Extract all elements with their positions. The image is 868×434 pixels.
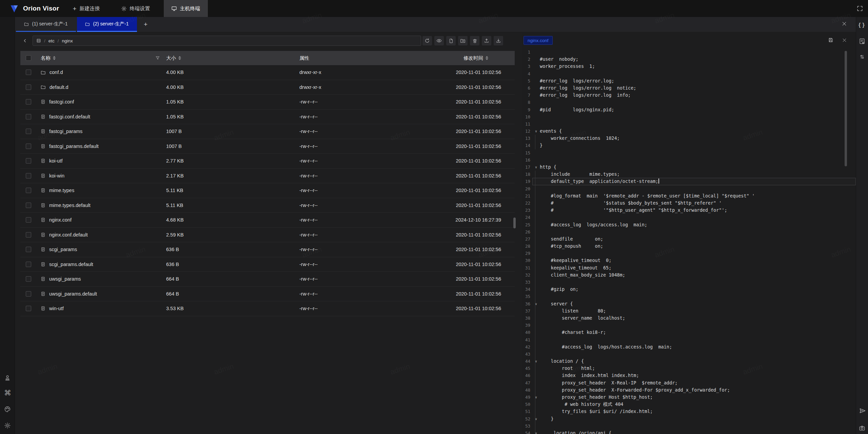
- code-line[interactable]: 21 #log_format main '$remote_addr - $rem…: [522, 192, 856, 200]
- download-button[interactable]: [494, 36, 503, 45]
- back-button[interactable]: [20, 36, 30, 45]
- filter-funnel-icon[interactable]: [155, 56, 160, 60]
- row-checkbox[interactable]: [26, 291, 31, 297]
- save-button[interactable]: [826, 36, 835, 44]
- add-tab-button[interactable]: +: [137, 17, 154, 32]
- code-line[interactable]: 38 server_name localhost;: [522, 315, 856, 322]
- code-line[interactable]: 30 #keepalive_timeout 0;: [522, 257, 856, 264]
- code-line[interactable]: 12∨events {: [522, 128, 856, 135]
- code-line[interactable]: 17∨http {: [522, 164, 856, 171]
- table-row[interactable]: koi-utf2.77 KB-rw-r--r--2020-11-01 10:02…: [20, 154, 515, 169]
- row-checkbox[interactable]: [26, 276, 31, 282]
- table-row[interactable]: mime.types5.11 KB-rw-r--r--2020-11-01 10…: [20, 183, 515, 198]
- code-line[interactable]: 1: [522, 49, 856, 56]
- code-line[interactable]: 6#error_log logs/error.log notice;: [522, 84, 856, 92]
- code-line[interactable]: 49∨ proxy_set_header Host $http_host;: [522, 394, 856, 401]
- row-checkbox[interactable]: [26, 217, 31, 223]
- send-command-icon[interactable]: [859, 407, 866, 414]
- new-folder-button[interactable]: [458, 36, 468, 45]
- fold-chevron-icon[interactable]: ∨: [532, 164, 540, 171]
- user-profile-icon[interactable]: [4, 374, 11, 381]
- code-line[interactable]: 8: [522, 99, 856, 106]
- row-checkbox[interactable]: [26, 99, 31, 105]
- fold-chevron-icon[interactable]: ∨: [532, 300, 540, 307]
- code-line[interactable]: 5#error_log logs/error.log;: [522, 77, 856, 84]
- code-line[interactable]: 52∨ }: [522, 415, 856, 422]
- code-line[interactable]: 45 root html;: [522, 365, 856, 372]
- menu-host-terminal[interactable]: 主机终端: [164, 0, 208, 17]
- code-line[interactable]: 23 # '"$http_user_agent" "$http_x_forwar…: [522, 207, 856, 214]
- fold-chevron-icon[interactable]: ∨: [532, 415, 540, 422]
- table-row[interactable]: fastcgi.conf1.05 KB-rw-r--r--2020-11-01 …: [20, 95, 515, 110]
- row-checkbox[interactable]: [26, 70, 31, 75]
- editor-scrollbar-thumb[interactable]: [845, 51, 847, 166]
- code-line[interactable]: 48 proxy_set_header X-Forwarded-For $pro…: [522, 386, 856, 394]
- table-row[interactable]: fastcgi.conf.default1.05 KB-rw-r--r--202…: [20, 110, 515, 125]
- table-row[interactable]: scgi_params.default636 B-rw-r--r--2020-1…: [20, 257, 515, 272]
- code-line[interactable]: 13 worker_connections 1024;: [522, 135, 856, 142]
- show-hidden-eye-button[interactable]: [434, 36, 444, 45]
- row-checkbox[interactable]: [26, 247, 31, 252]
- storage-root-icon[interactable]: [36, 38, 41, 43]
- row-checkbox[interactable]: [26, 144, 31, 149]
- select-all-checkbox[interactable]: [26, 55, 31, 61]
- code-line[interactable]: 9#pid logs/nginx.pid;: [522, 106, 856, 113]
- code-line[interactable]: 26: [522, 228, 856, 235]
- sort-size-icon[interactable]: [178, 56, 181, 60]
- breadcrumb-nginx[interactable]: nginx: [62, 38, 73, 43]
- tab-server-2-active[interactable]: (2) server-生产-1: [77, 17, 137, 32]
- sort-mtime-icon[interactable]: [486, 56, 488, 60]
- sort-name-icon[interactable]: [53, 56, 56, 60]
- code-line[interactable]: 51 try_files $uri $uri/ /index.html;: [522, 408, 856, 415]
- file-name[interactable]: conf.d: [50, 70, 63, 75]
- file-name[interactable]: win-utf: [49, 306, 64, 311]
- fold-chevron-icon[interactable]: ∨: [532, 128, 540, 135]
- table-row[interactable]: uwsgi_params.default664 B-rw-r--r--2020-…: [20, 287, 515, 302]
- table-row[interactable]: mime.types.default5.11 KB-rw-r--r--2020-…: [20, 198, 515, 213]
- file-name[interactable]: uwsgi_params.default: [49, 291, 97, 297]
- fold-chevron-icon[interactable]: ∨: [532, 430, 540, 434]
- new-file-button[interactable]: [446, 36, 456, 45]
- code-line[interactable]: 50 # web history 模式 404: [522, 401, 856, 408]
- fold-chevron-icon[interactable]: ∨: [532, 394, 540, 401]
- row-checkbox[interactable]: [26, 158, 31, 164]
- row-checkbox[interactable]: [26, 114, 31, 119]
- code-line[interactable]: 27 sendfile on;: [522, 235, 856, 243]
- code-line[interactable]: 15: [522, 149, 856, 156]
- table-row[interactable]: nginx.conf.default2.59 KB-rw-r--r--2020-…: [20, 228, 515, 243]
- code-line[interactable]: 4: [522, 70, 856, 77]
- file-name[interactable]: default.d: [50, 84, 68, 90]
- menu-terminal-settings[interactable]: 终端设置: [114, 0, 158, 17]
- code-line[interactable]: 40 #charset koi8-r;: [522, 329, 856, 336]
- code-line[interactable]: 10: [522, 113, 856, 120]
- settings-gear-icon[interactable]: [4, 422, 11, 429]
- code-line[interactable]: 54∨ location /orion/api {: [522, 430, 856, 434]
- row-checkbox[interactable]: [26, 129, 31, 134]
- column-size[interactable]: 大小: [166, 55, 181, 61]
- file-name[interactable]: nginx.conf.default: [49, 232, 88, 238]
- tab-server-1[interactable]: (1) server-生产-1: [16, 17, 76, 32]
- code-line[interactable]: 47 proxy_set_header X-Real-IP $remote_ad…: [522, 379, 856, 386]
- table-row[interactable]: koi-win2.17 KB-rw-r--r--2020-11-01 10:02…: [20, 169, 515, 184]
- row-checkbox[interactable]: [26, 203, 31, 208]
- code-line[interactable]: 32 client_max_body_size 1048m;: [522, 271, 856, 279]
- table-row[interactable]: fastcgi_params.default1007 B-rw-r--r--20…: [20, 139, 515, 154]
- file-name[interactable]: fastcgi.conf.default: [49, 114, 90, 119]
- menu-new-connection[interactable]: + 新建连接: [65, 0, 107, 17]
- column-name[interactable]: 名称: [41, 55, 56, 61]
- code-line[interactable]: 36∨ server {: [522, 300, 856, 307]
- code-line[interactable]: 29: [522, 250, 856, 257]
- code-line[interactable]: 3worker_processes 1;: [522, 63, 856, 70]
- code-line[interactable]: 42 #access_log logs/host.access.log main…: [522, 343, 856, 351]
- code-line[interactable]: 2#user nobody;: [522, 56, 856, 63]
- file-name[interactable]: fastcgi_params.default: [49, 144, 99, 149]
- refresh-button[interactable]: [422, 36, 432, 45]
- table-row[interactable]: nginx.conf4.68 KB-rw-r--r--2024-12-10 16…: [20, 213, 515, 228]
- row-checkbox[interactable]: [26, 84, 31, 90]
- file-bookmark-icon[interactable]: [859, 38, 865, 44]
- editor-close-icon[interactable]: [840, 36, 849, 44]
- code-line[interactable]: 39: [522, 322, 856, 329]
- breadcrumb[interactable]: / etc / nginx: [33, 36, 421, 46]
- code-line[interactable]: 19 default_type application/octet-stream…: [522, 178, 856, 185]
- fullscreen-icon[interactable]: [856, 5, 863, 12]
